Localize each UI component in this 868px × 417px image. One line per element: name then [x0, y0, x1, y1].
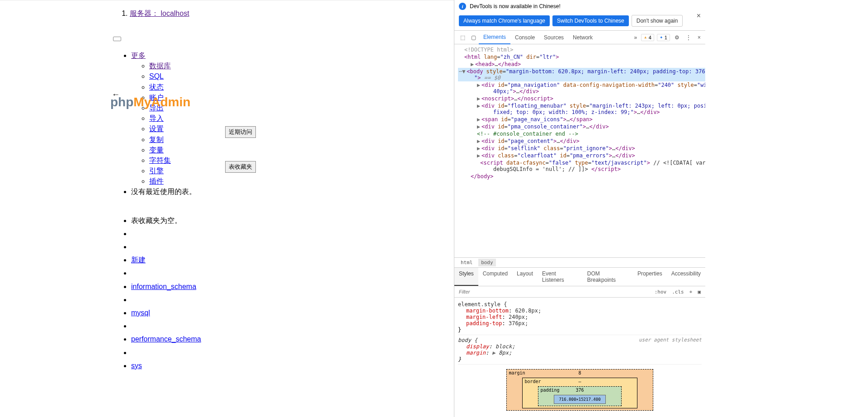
db-link-new[interactable]: 新建: [131, 256, 146, 264]
devtools-tab-network[interactable]: Network: [568, 31, 597, 44]
styles-tab-properties[interactable]: Properties: [633, 268, 667, 286]
submenu-item-11[interactable]: 插件: [149, 177, 164, 185]
styles-tab-layout[interactable]: Layout: [512, 268, 538, 286]
breadcrumb-html[interactable]: html: [458, 259, 476, 266]
css-rules-panel[interactable]: element.style { margin-bottom: 620.8px;m…: [454, 298, 705, 417]
page-content-panel: 服务器： localhost ← phpMyAdmin 更多 数据库 SQL 状…: [0, 0, 454, 417]
submenu-item-5[interactable]: 导入: [149, 114, 164, 122]
selected-body-element[interactable]: ⋯▼<body style="margin-bottom: 620.8px; m…: [458, 68, 705, 81]
server-link[interactable]: 服务器： localhost: [130, 9, 189, 17]
devtools-tab-elements[interactable]: Elements: [479, 31, 510, 44]
elements-tree[interactable]: <!DOCTYPE html> <html lang="zh_CN" dir="…: [454, 44, 705, 257]
favorites-button[interactable]: 表收藏夹: [225, 161, 256, 173]
more-tabs-icon[interactable]: »: [630, 34, 641, 41]
styles-tab-styles[interactable]: Styles: [454, 268, 478, 286]
styles-tab-accessibility[interactable]: Accessibility: [667, 268, 705, 286]
styles-tab-event-listeners[interactable]: Event Listeners: [538, 268, 583, 286]
db-link-information-schema[interactable]: information_schema: [131, 283, 196, 290]
styles-filter-input[interactable]: [457, 287, 653, 296]
settings-icon[interactable]: ⚙: [673, 34, 681, 41]
server-breadcrumb: 服务器： localhost: [130, 9, 454, 19]
recent-button[interactable]: 近期访问: [225, 126, 256, 138]
collapse-toggle[interactable]: [113, 37, 121, 41]
add-rule-icon[interactable]: +: [688, 288, 694, 296]
devtools-close-icon[interactable]: ×: [696, 34, 703, 41]
db-link-mysql[interactable]: mysql: [131, 309, 150, 317]
always-match-button[interactable]: Always match Chrome's language: [459, 15, 550, 26]
info-icon: i: [459, 3, 466, 10]
dont-show-button[interactable]: Don't show again: [632, 15, 683, 27]
db-link-performance-schema[interactable]: performance_schema: [131, 335, 201, 343]
devtools-toolbar: ⬚ ▢ ElementsConsoleSourcesNetwork » 4 1 …: [454, 31, 705, 44]
warnings-badge[interactable]: 4: [641, 34, 654, 41]
submenu-item-0[interactable]: 数据库: [149, 62, 171, 70]
cls-toggle[interactable]: .cls: [670, 288, 686, 296]
banner-close-icon[interactable]: ×: [697, 12, 701, 20]
no-recent-text: 没有最近使用的表。: [131, 186, 196, 197]
box-model-diagram: margin 8 border – padding 376 716.800×15…: [458, 365, 702, 415]
db-link-sys[interactable]: sys: [131, 362, 142, 370]
back-arrow-icon[interactable]: ←: [112, 90, 120, 100]
submenu-item-4[interactable]: 导出: [149, 104, 164, 112]
favorites-empty-text: 表收藏夹为空。: [131, 217, 182, 224]
menu-dots-icon[interactable]: ⋮: [684, 34, 693, 41]
devtools-tab-console[interactable]: Console: [510, 31, 539, 44]
issues-badge[interactable]: 1: [657, 34, 670, 41]
hov-toggle[interactable]: :hov: [653, 288, 669, 296]
inspect-icon[interactable]: ⬚: [457, 34, 468, 41]
devtools-panel: i DevTools is now available in Chinese! …: [454, 0, 705, 417]
styles-tab-dom-breakpoints[interactable]: DOM Breakpoints: [583, 268, 633, 286]
styles-filter-bar: :hov .cls + ▣: [454, 286, 705, 298]
styles-tabs: StylesComputedLayoutEvent ListenersDOM B…: [454, 268, 705, 286]
devtools-tab-sources[interactable]: Sources: [539, 31, 568, 44]
device-icon[interactable]: ▢: [468, 34, 479, 41]
switch-chinese-button[interactable]: Switch DevTools to Chinese: [552, 15, 629, 26]
elements-breadcrumb: html body: [454, 257, 705, 268]
styles-tab-computed[interactable]: Computed: [478, 268, 512, 286]
devtools-banner: i DevTools is now available in Chinese! …: [454, 0, 705, 13]
submenu-item-8[interactable]: 变量: [149, 146, 164, 154]
banner-text: DevTools is now available in Chinese!: [470, 3, 561, 9]
sidebar-toggle-icon[interactable]: ▣: [696, 288, 703, 296]
submenu-item-1[interactable]: SQL: [149, 72, 164, 80]
submenu-item-3[interactable]: 账户: [149, 94, 164, 101]
menu-more[interactable]: 更多: [131, 52, 146, 59]
breadcrumb-body[interactable]: body: [478, 259, 496, 266]
submenu-item-2[interactable]: 状态: [149, 83, 164, 91]
